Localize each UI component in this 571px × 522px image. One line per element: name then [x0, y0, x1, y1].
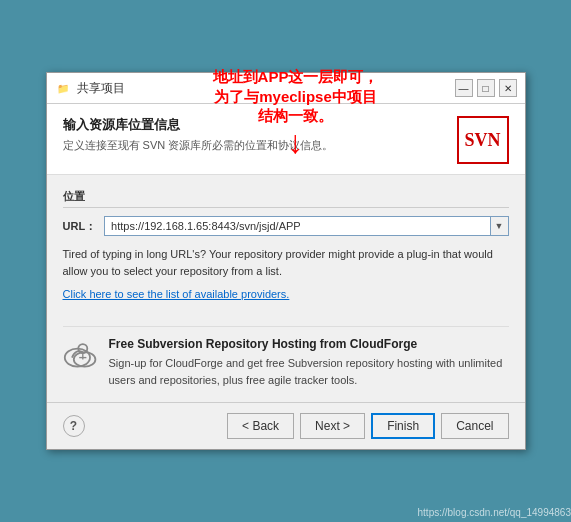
header-text: 输入资源库位置信息 定义连接至现有 SVN 资源库所必需的位置和协议信息。 [63, 116, 334, 153]
cancel-button[interactable]: Cancel [441, 413, 508, 439]
location-section-label: 位置 [63, 189, 509, 208]
next-button[interactable]: Next > [300, 413, 365, 439]
window-controls: — □ ✕ [455, 79, 517, 97]
url-label: URL： [63, 219, 97, 234]
svn-logo: SVN [457, 116, 509, 164]
finish-button[interactable]: Finish [371, 413, 435, 439]
close-button[interactable]: ✕ [499, 79, 517, 97]
footer-right: < Back Next > Finish Cancel [227, 413, 508, 439]
cloudforge-description: Sign-up for CloudForge and get free Subv… [109, 355, 509, 388]
svn-logo-text: SVN [464, 130, 500, 151]
cloudforge-heading: Free Subversion Repository Hosting from … [109, 337, 509, 351]
cloudforge-icon [63, 339, 99, 369]
hint-text: Tired of typing in long URL's? Your repo… [63, 246, 509, 279]
header-section: 输入资源库位置信息 定义连接至现有 SVN 资源库所必需的位置和协议信息。 SV… [47, 104, 525, 175]
header-heading: 输入资源库位置信息 [63, 116, 334, 134]
content-area: 位置 URL： ▼ Tired of typing in long URL's?… [47, 175, 525, 402]
help-button[interactable]: ? [63, 415, 85, 437]
title-bar: 📁 共享项目 — □ ✕ [47, 73, 525, 104]
url-row: URL： ▼ [63, 216, 509, 236]
footer: ? < Back Next > Finish Cancel [47, 402, 525, 449]
header-description: 定义连接至现有 SVN 资源库所必需的位置和协议信息。 [63, 138, 334, 153]
cloudforge-text: Free Subversion Repository Hosting from … [109, 337, 509, 388]
url-input-wrapper: ▼ [104, 216, 508, 236]
url-dropdown-button[interactable]: ▼ [491, 216, 509, 236]
minimize-button[interactable]: — [455, 79, 473, 97]
window-title: 共享项目 [77, 80, 455, 97]
back-button[interactable]: < Back [227, 413, 294, 439]
cloudforge-section: Free Subversion Repository Hosting from … [63, 326, 509, 388]
main-window: 📁 共享项目 — □ ✕ 输入资源库位置信息 定义连接至现有 SVN 资源库所必… [46, 72, 526, 450]
url-input[interactable] [104, 216, 490, 236]
providers-link[interactable]: Click here to see the list of available … [63, 288, 290, 300]
footer-left: ? [63, 415, 85, 437]
maximize-button[interactable]: □ [477, 79, 495, 97]
watermark: https://blog.csdn.net/qq_14994863 [418, 507, 571, 518]
window-icon: 📁 [55, 80, 71, 96]
